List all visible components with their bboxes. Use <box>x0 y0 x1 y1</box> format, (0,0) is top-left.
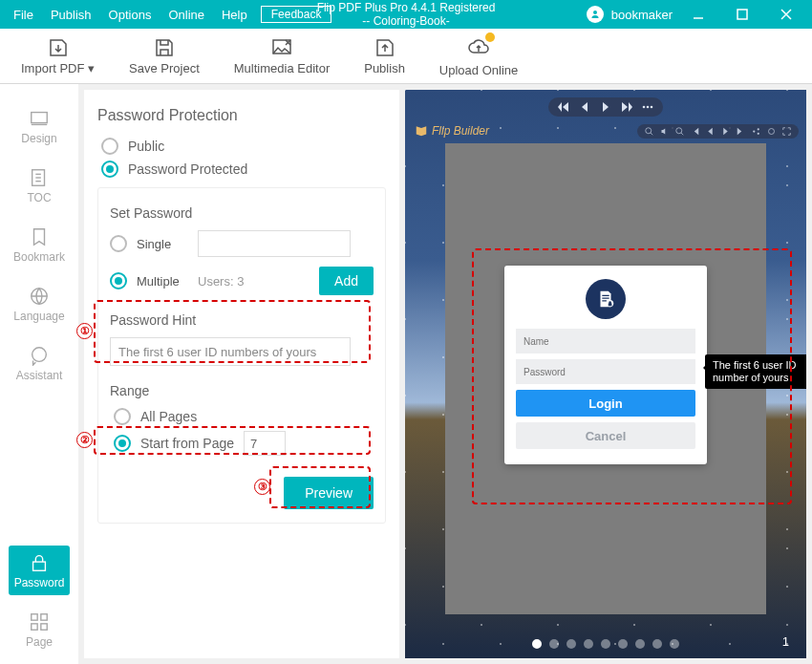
all-pages-option[interactable]: All Pages <box>114 408 374 425</box>
forward-icon[interactable] <box>737 127 745 136</box>
more-icon[interactable] <box>642 101 653 113</box>
page-dot-6[interactable] <box>618 639 628 649</box>
nav-page[interactable]: Page <box>9 605 70 654</box>
prev-icon[interactable] <box>706 127 715 136</box>
svg-point-25 <box>753 130 755 132</box>
password-panel: Password Protection Public Password Prot… <box>84 90 399 658</box>
nav-language-label: Language <box>13 310 64 323</box>
multimedia-editor-button[interactable]: Multimedia Editor <box>234 36 330 75</box>
single-password-input[interactable] <box>198 230 351 257</box>
page-dot-8[interactable] <box>652 639 662 649</box>
preview-button[interactable]: Preview <box>284 477 374 509</box>
save-project-button[interactable]: Save Project <box>129 36 200 75</box>
nav-language[interactable]: Language <box>9 279 70 329</box>
nav-assistant-label: Assistant <box>16 369 63 382</box>
page-dot-2[interactable] <box>549 639 559 649</box>
close-button[interactable] <box>768 0 804 29</box>
nav-bookmark[interactable]: Bookmark <box>9 220 70 269</box>
nav-assistant[interactable]: Assistant <box>9 338 70 388</box>
fullscreen-icon[interactable] <box>782 127 791 136</box>
save-icon <box>153 36 176 59</box>
page-number: 1 <box>782 634 789 649</box>
login-modal: Login Cancel <box>504 266 707 464</box>
zoom-in-icon[interactable] <box>675 127 684 136</box>
zoom-out-icon[interactable] <box>645 127 653 136</box>
page-dot-9[interactable] <box>670 639 679 649</box>
brand-text: Flip Builder <box>432 124 489 138</box>
login-button[interactable]: Login <box>516 390 695 417</box>
preview-pane: Flip Builder Login Cancel The first 6 us… <box>405 90 806 658</box>
first-page-icon[interactable] <box>558 101 569 113</box>
login-password-input[interactable] <box>516 359 695 384</box>
page-dot-1[interactable] <box>532 639 542 649</box>
svg-rect-14 <box>32 613 37 619</box>
last-page-icon[interactable] <box>621 101 632 113</box>
menu-help[interactable]: Help <box>222 8 247 22</box>
upload-icon-wrap <box>467 35 490 61</box>
svg-point-23 <box>676 128 682 134</box>
svg-point-26 <box>758 128 759 130</box>
password-hint-input[interactable] <box>110 337 351 366</box>
username[interactable]: bookmaker <box>611 8 673 22</box>
nav-password-label: Password <box>14 576 65 589</box>
radio-multiple[interactable] <box>110 272 127 289</box>
page-dot-3[interactable] <box>566 639 576 649</box>
save-label: Save Project <box>129 61 200 75</box>
nav-design[interactable]: Design <box>9 101 70 151</box>
refresh-icon[interactable] <box>767 127 776 136</box>
prev-page-icon[interactable] <box>579 101 590 113</box>
menu-file[interactable]: File <box>13 8 33 22</box>
page-dot-7[interactable] <box>635 639 645 649</box>
start-page-input[interactable] <box>244 431 286 456</box>
lock-document-icon <box>586 279 626 319</box>
single-label: Single <box>137 237 188 251</box>
public-option[interactable]: Public <box>101 138 386 155</box>
svg-rect-15 <box>41 613 47 619</box>
upload-online-button[interactable]: Upload Online <box>439 35 518 77</box>
add-user-button[interactable]: Add <box>319 267 374 295</box>
flip-builder-logo: Flip Builder <box>415 124 489 138</box>
multiple-row: Multiple Users: 3 Add <box>110 267 374 295</box>
publish-button[interactable]: Publish <box>364 36 405 75</box>
account-area: bookmaker <box>587 0 812 29</box>
minimize-button[interactable] <box>680 0 716 29</box>
page-indicator <box>532 639 679 649</box>
radio-start-from[interactable] <box>114 435 131 452</box>
nav-password[interactable]: Password <box>9 546 70 595</box>
next-page-icon[interactable] <box>600 101 611 113</box>
svg-rect-16 <box>32 623 37 629</box>
menu-online[interactable]: Online <box>168 8 204 22</box>
cancel-button[interactable]: Cancel <box>516 422 695 449</box>
svg-line-22 <box>651 133 652 135</box>
next-icon[interactable] <box>721 127 730 136</box>
page-dot-4[interactable] <box>584 639 593 649</box>
menu-options[interactable]: Options <box>109 8 152 22</box>
annotation-num-3: ③ <box>254 479 270 495</box>
maximize-button[interactable] <box>724 0 760 29</box>
book-icon <box>415 124 428 138</box>
page-dot-5[interactable] <box>601 639 610 649</box>
users-count: Users: 3 <box>198 274 244 289</box>
nav-toc[interactable]: TOC <box>9 161 70 210</box>
import-pdf-button[interactable]: Import PDF ▾ <box>21 36 95 75</box>
sound-icon[interactable] <box>660 127 669 136</box>
login-name-input[interactable] <box>516 329 695 353</box>
avatar-icon[interactable] <box>587 6 604 23</box>
radio-public[interactable] <box>101 138 118 155</box>
radio-single[interactable] <box>110 235 127 252</box>
rewind-icon[interactable] <box>691 127 699 136</box>
share-icon[interactable] <box>752 127 760 136</box>
svg-point-19 <box>647 106 650 109</box>
multimedia-label: Multimedia Editor <box>234 61 330 75</box>
radio-all-pages[interactable] <box>114 408 131 425</box>
panel-heading: Password Protection <box>97 107 386 124</box>
svg-rect-1 <box>737 10 747 19</box>
svg-rect-5 <box>32 112 48 122</box>
start-from-option[interactable]: Start from Page <box>114 431 374 456</box>
protected-option[interactable]: Password Protected <box>101 161 386 178</box>
menu-publish[interactable]: Publish <box>51 8 92 22</box>
multimedia-icon <box>270 36 293 59</box>
svg-point-12 <box>32 347 47 361</box>
svg-point-20 <box>651 106 653 109</box>
radio-protected[interactable] <box>101 161 118 178</box>
